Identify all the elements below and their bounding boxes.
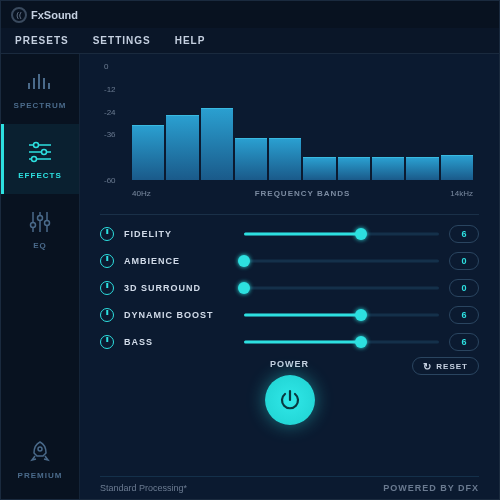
chart-bar <box>372 157 404 180</box>
effect-label: BASS <box>124 337 234 347</box>
xaxis-min: 40Hz <box>132 189 151 198</box>
effect-value: 6 <box>449 306 479 324</box>
main-panel: 0-12-24-36-60 40Hz FREQUENCY BANDS 14kHz… <box>79 54 499 499</box>
footer: Standard Processing* POWERED BY DFX <box>100 476 479 493</box>
spectrum-chart: 0-12-24-36-60 40Hz FREQUENCY BANDS 14kHz <box>106 62 473 202</box>
effect-row: FIDELITY6 <box>100 225 479 243</box>
menu-bar: PRESETS SETTINGS HELP <box>0 28 500 54</box>
chart-bar <box>338 157 370 180</box>
chart-bar <box>441 155 473 180</box>
power-icon[interactable] <box>100 281 114 295</box>
svg-point-17 <box>38 447 42 451</box>
chart-bar <box>132 125 164 180</box>
logo-icon: (( <box>11 7 27 23</box>
effect-label: AMBIENCE <box>124 256 234 266</box>
effect-row: DYNAMIC BOOST6 <box>100 306 479 324</box>
effect-row: 3D SURROUND0 <box>100 279 479 297</box>
effects-rows: FIDELITY6AMBIENCE03D SURROUND0DYNAMIC BO… <box>100 225 479 351</box>
svg-point-10 <box>32 156 37 161</box>
footer-status: Standard Processing* <box>100 483 187 493</box>
reset-button[interactable]: RESET <box>412 357 479 375</box>
xaxis-label: FREQUENCY BANDS <box>255 189 351 198</box>
sidebar-item-eq[interactable]: EQ <box>1 194 79 264</box>
effect-label: 3D SURROUND <box>124 283 234 293</box>
sidebar-item-spectrum[interactable]: SPECTRUM <box>1 54 79 124</box>
effect-slider[interactable] <box>244 335 439 349</box>
sidebar-item-label: EFFECTS <box>18 171 61 180</box>
power-button[interactable] <box>265 375 315 425</box>
chart-bar <box>166 115 198 180</box>
effect-slider[interactable] <box>244 254 439 268</box>
power-icon <box>278 388 302 412</box>
sidebar: SPECTRUM EFFECTS EQ PREMIUM <box>1 54 79 499</box>
ytick: -12 <box>104 84 116 93</box>
ytick: -36 <box>104 130 116 139</box>
power-icon[interactable] <box>100 308 114 322</box>
effect-row: AMBIENCE0 <box>100 252 479 270</box>
power-icon[interactable] <box>100 254 114 268</box>
power-label: POWER <box>270 359 309 369</box>
effect-value: 0 <box>449 252 479 270</box>
power-icon[interactable] <box>100 227 114 241</box>
effect-slider[interactable] <box>244 281 439 295</box>
sidebar-item-label: EQ <box>33 241 47 250</box>
svg-point-16 <box>45 220 50 225</box>
sidebar-item-premium[interactable]: PREMIUM <box>1 419 79 499</box>
svg-point-8 <box>42 149 47 154</box>
app-logo: (( FxSound <box>11 7 78 23</box>
effect-label: DYNAMIC BOOST <box>124 310 234 320</box>
chart-bar <box>303 157 335 180</box>
sidebar-item-label: PREMIUM <box>18 471 63 480</box>
effect-slider[interactable] <box>244 227 439 241</box>
rocket-icon <box>26 439 54 465</box>
effect-value: 6 <box>449 333 479 351</box>
chart-bar <box>201 108 233 180</box>
svg-point-6 <box>34 142 39 147</box>
power-icon[interactable] <box>100 335 114 349</box>
effect-slider[interactable] <box>244 308 439 322</box>
power-area: RESET POWER <box>100 359 479 425</box>
sliders-icon <box>26 139 54 165</box>
effect-row: BASS6 <box>100 333 479 351</box>
divider <box>100 214 479 215</box>
footer-brand: POWERED BY DFX <box>383 483 479 493</box>
chart-bars <box>132 66 473 180</box>
menu-presets[interactable]: PRESETS <box>15 35 69 46</box>
svg-point-14 <box>38 215 43 220</box>
effect-value: 6 <box>449 225 479 243</box>
app-name: FxSound <box>31 9 78 21</box>
ytick: -24 <box>104 107 116 116</box>
xaxis-max: 14kHz <box>450 189 473 198</box>
sidebar-item-label: SPECTRUM <box>14 101 67 110</box>
sidebar-item-effects[interactable]: EFFECTS <box>1 124 79 194</box>
eq-icon <box>26 209 54 235</box>
ytick: -60 <box>104 176 116 185</box>
chart-bar <box>235 138 267 180</box>
effect-value: 0 <box>449 279 479 297</box>
chart-bar <box>269 138 301 180</box>
menu-settings[interactable]: SETTINGS <box>93 35 151 46</box>
menu-help[interactable]: HELP <box>175 35 206 46</box>
effect-label: FIDELITY <box>124 229 234 239</box>
chart-bar <box>406 157 438 180</box>
ytick: 0 <box>104 62 108 71</box>
chart-xaxis: 40Hz FREQUENCY BANDS 14kHz <box>132 189 473 198</box>
title-bar: (( FxSound <box>0 0 500 28</box>
spectrum-icon <box>26 69 54 95</box>
svg-point-12 <box>31 222 36 227</box>
